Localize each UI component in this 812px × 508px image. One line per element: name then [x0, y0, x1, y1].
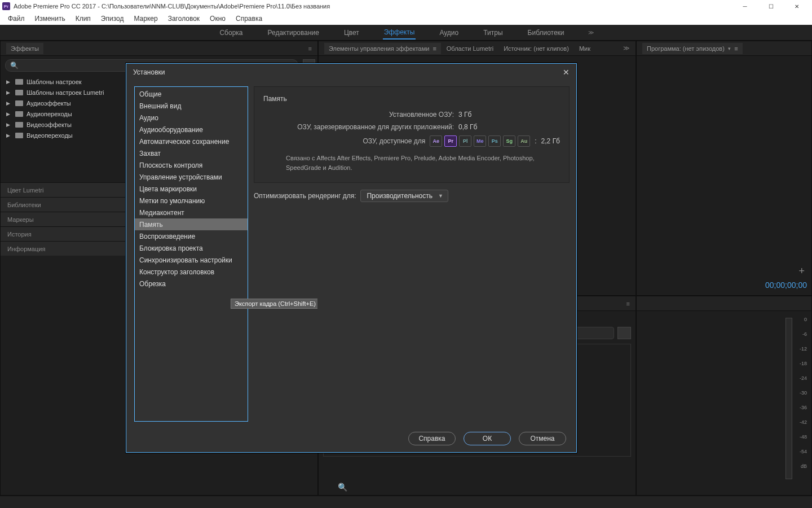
workspace-tab[interactable]: Титры [482, 27, 504, 39]
program-panel: Программа: (нет эпизодов) ▾ ≡ 00;00;00;0… [636, 41, 812, 296]
dropdown-icon: ▾ [728, 46, 731, 51]
pref-category[interactable]: Синхронизировать настройки [135, 254, 248, 266]
dialog-close-button[interactable]: ✕ [563, 68, 570, 77]
effects-tab[interactable]: Эффекты [6, 43, 43, 54]
installed-ram-label: Установленное ОЗУ: [263, 111, 458, 119]
meter-tick: -54 [800, 449, 807, 454]
folder-icon [15, 111, 23, 117]
meter-tick: dB [801, 463, 807, 469]
meter-tick: -30 [800, 390, 807, 396]
reserved-ram-label: ОЗУ, зарезервированное для других прилож… [263, 123, 458, 131]
available-ram-label: ОЗУ, доступное для [263, 137, 430, 145]
meter-tick: -36 [800, 405, 807, 410]
meter-tick: 0 [804, 317, 807, 322]
pref-category[interactable]: Управление устройствами [135, 171, 248, 183]
pref-category[interactable]: Общие [135, 88, 248, 100]
workspace-tab[interactable]: Аудио [438, 27, 460, 39]
meter-tick: -48 [800, 434, 807, 440]
memory-note: Связано с Affects After Effects, Premier… [263, 151, 560, 172]
reserved-ram-value[interactable]: 0,8 [458, 123, 468, 131]
menu-заголовок[interactable]: Заголовок [164, 14, 204, 24]
menu-маркер[interactable]: Маркер [129, 14, 162, 24]
app-badge-pr: Pr [444, 135, 457, 147]
pref-category[interactable]: Блокировка проекта [135, 242, 248, 254]
status-bar [0, 496, 812, 508]
memory-group: Память Установленное ОЗУ: 3 Гб ОЗУ, заре… [254, 86, 570, 183]
pref-category[interactable]: Обрезка [135, 278, 248, 290]
optimize-label: Оптимизировать рендеринг для: [254, 192, 356, 200]
folder-icon [15, 79, 23, 85]
preferences-dialog: Установки ✕ ОбщиеВнешний видАудиоАудиооб… [126, 63, 577, 453]
pref-category[interactable]: Аудиооборудование [135, 124, 248, 135]
program-tab[interactable]: Программа: (нет эпизодов) ▾ ≡ [642, 43, 743, 54]
close-button[interactable]: ✕ [784, 0, 810, 12]
twisty-icon: ▶ [6, 122, 12, 128]
program-tab-label: Программа: (нет эпизодов) [647, 45, 725, 52]
zoom-icon[interactable]: 🔍 [338, 483, 347, 492]
workspace-tabs: СборкаРедактированиеЦветЭффектыАудиоТитр… [0, 25, 812, 41]
group-title: Память [263, 95, 560, 103]
program-timecode: 00;00;00;00 [765, 281, 807, 290]
panel-menu-icon[interactable]: ≡ [626, 300, 630, 307]
pref-category[interactable]: Цвета маркировки [135, 183, 248, 195]
overflow-icon[interactable]: ≫ [623, 45, 630, 52]
tree-label: Аудиоэффекты [27, 100, 71, 107]
workspace-tab[interactable]: Сборка [218, 27, 244, 39]
pref-category[interactable]: Аудио [135, 112, 248, 124]
dialog-title: Установки [133, 68, 165, 76]
tree-label: Аудиопереходы [27, 111, 72, 117]
minimize-button[interactable]: ─ [732, 0, 758, 12]
twisty-icon: ▶ [6, 79, 12, 85]
source-tab[interactable]: Элементы управления эффектами ≡ [324, 43, 441, 54]
title-bar: Pr Adobe Premiere Pro CC 2017 - C:\Польз… [0, 0, 812, 12]
reserved-ram-unit: Гб [470, 123, 477, 131]
pref-category[interactable]: Плоскость контроля [135, 159, 248, 171]
meter-tick: -6 [802, 331, 807, 337]
app-icon: Pr [2, 2, 10, 10]
meter-tick: -24 [800, 375, 807, 381]
workspace-tab[interactable]: Редактирование [267, 27, 320, 39]
cancel-button[interactable]: Отмена [519, 432, 566, 445]
pref-category[interactable]: Захват [135, 147, 248, 159]
tree-label: Шаблоны настроек [27, 78, 82, 85]
menu-окно[interactable]: Окно [205, 14, 230, 24]
pref-category[interactable]: Воспроизведение [135, 230, 248, 242]
optimize-dropdown[interactable]: Производительность ▼ [360, 190, 448, 202]
workspace-tab[interactable]: Библиотеки [527, 27, 566, 39]
menu-эпизод[interactable]: Эпизод [96, 14, 129, 24]
source-tab[interactable]: Мик [575, 43, 595, 54]
menu-справка[interactable]: Справка [231, 14, 267, 24]
menu-изменить[interactable]: Изменить [30, 14, 70, 24]
app-badge-ps: Ps [488, 135, 501, 147]
meter-tick: -42 [800, 419, 807, 425]
app-badge-au: Au [518, 135, 530, 147]
source-tab[interactable]: Области Lumetri [442, 43, 498, 54]
workspace-tab[interactable]: Цвет [343, 27, 360, 39]
pref-category[interactable]: Автоматическое сохранение [135, 135, 248, 147]
ok-button[interactable]: ОК [464, 432, 511, 445]
pref-category[interactable]: Конструктор заголовков [135, 266, 248, 278]
menu-bar: ФайлИзменитьКлипЭпизодМаркерЗаголовокОкн… [0, 12, 812, 25]
menu-файл[interactable]: Файл [3, 14, 29, 24]
tree-label: Видеопереходы [27, 132, 73, 139]
folder-icon [15, 122, 23, 128]
tooltip: Экспорт кадра (Ctrl+Shift+E) [231, 299, 318, 309]
help-button[interactable]: Справка [408, 432, 456, 445]
menu-клип[interactable]: Клип [71, 14, 95, 24]
pref-category[interactable]: Медиаконтент [135, 207, 248, 218]
source-tab[interactable]: Источник: (нет клипов) [499, 43, 573, 54]
audio-meter: 0-6-12-18-24-30-36-42-48-54dB [783, 313, 799, 489]
add-button[interactable]: + [798, 265, 805, 277]
maximize-button[interactable]: ☐ [758, 0, 784, 12]
app-badge-sg: Sg [503, 135, 515, 147]
workspace-tab[interactable]: Эффекты [383, 26, 416, 40]
overflow-icon[interactable]: ≫ [588, 29, 594, 36]
pref-category[interactable]: Внешний вид [135, 100, 248, 112]
pref-category[interactable]: Метки по умолчанию [135, 195, 248, 207]
colon: : [535, 137, 536, 145]
panel-menu-icon[interactable]: ≡ [308, 45, 312, 52]
search-icon: 🔍 [10, 62, 19, 69]
project-filter-button[interactable] [617, 327, 631, 339]
pref-category[interactable]: Память [135, 218, 248, 230]
timeline-panel: 0-6-12-18-24-30-36-42-48-54dB [636, 296, 812, 496]
